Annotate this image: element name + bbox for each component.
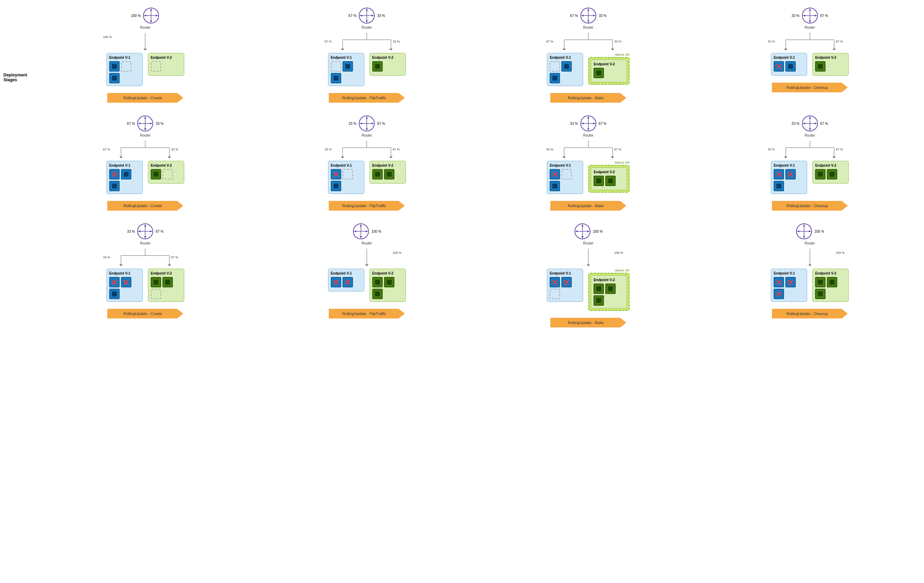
endpoint-outer: Endpoint V-2 — [812, 269, 849, 302]
instance-row — [815, 169, 846, 180]
traffic-connector: 33 %67 % — [765, 33, 855, 50]
svg-text:67 %: 67 % — [171, 256, 178, 259]
traffic-top: 100 % — [131, 7, 160, 24]
stage-col-r1-c3: 33 %67 %Router33 %67 %Endpoint V-1Endpoi… — [699, 111, 921, 214]
stage-banner: RollingUpdate - Create — [107, 201, 183, 211]
svg-marker-21 — [341, 49, 344, 50]
svg-text:33 %: 33 % — [614, 40, 622, 43]
router-icon — [142, 7, 160, 24]
instance-dead — [561, 169, 572, 180]
stage-col-r1-c2: 33 %67 %Router33 %67 %Endpoint V-1Alarms… — [478, 111, 699, 214]
traffic-connector: 33 %67 % — [765, 141, 855, 158]
endpoint-title: Endpoint V-1 — [774, 56, 804, 59]
instance-row — [151, 277, 182, 287]
endpoint-title: Endpoint V-1 — [549, 56, 581, 59]
right-pct: 100 % — [593, 230, 602, 233]
svg-marker-36 — [563, 49, 566, 50]
instance-alive_blue — [549, 73, 560, 83]
endpoint-box: Endpoint V-2 — [812, 269, 849, 302]
instance-alive_green — [827, 277, 837, 287]
stage-col-r1-c1: 33 %67 %Router33 %67 %Endpoint V-1Endpoi… — [256, 111, 478, 214]
stage-banner: RollingUpdate - FlipTraffic — [329, 309, 405, 319]
router-icon — [580, 115, 597, 132]
endpoint-wrapper: Endpoint V-2 — [812, 161, 849, 183]
svg-marker-23 — [389, 49, 393, 50]
right-pct: 33 % — [377, 14, 385, 18]
router-label: Router — [361, 26, 372, 30]
instance-alive_blue — [774, 181, 784, 191]
traffic-top: 67 %33 % — [127, 115, 164, 132]
endpoint-box: Endpoint V-2 — [370, 161, 406, 183]
traffic-connector: 67 %33 % — [100, 141, 190, 158]
instance-row — [549, 73, 581, 83]
endpoint-wrapper: Endpoint V-1 — [106, 161, 143, 194]
svg-marker-113 — [832, 157, 836, 158]
router-label: Router — [583, 134, 594, 137]
endpoint-box: Endpoint V-2 — [148, 269, 184, 302]
endpoint-wrapper: Endpoint V-1 — [547, 161, 583, 194]
instance-alive_blue — [109, 289, 120, 299]
left-pct: 33 % — [570, 122, 578, 126]
svg-text:67 %: 67 % — [393, 148, 400, 151]
right-pct: 100 % — [814, 230, 824, 233]
instance-row — [109, 73, 140, 83]
endpoint-box: Endpoint V-1 — [547, 53, 583, 86]
instance-dead — [121, 61, 131, 71]
endpoint-wrapper: Endpoint V-1 — [547, 269, 583, 302]
instance-row — [815, 61, 846, 71]
endpoint-outer: Endpoint V-1 — [771, 161, 807, 194]
instance-x_blue — [109, 277, 120, 287]
instance-row — [331, 61, 361, 71]
instance-row — [774, 277, 804, 287]
router-icon — [137, 223, 154, 240]
endpoint-box: Endpoint V-1 — [771, 161, 807, 194]
svg-text:100 %: 100 % — [836, 251, 845, 254]
instance-grid — [774, 61, 804, 73]
svg-text:33 %: 33 % — [325, 148, 332, 151]
svg-text:67 %: 67 % — [546, 40, 553, 43]
endpoint-box: Endpoint V-1 — [328, 269, 365, 292]
endpoints-row: Endpoint V-1Endpoint V-2 — [771, 161, 849, 194]
traffic-connector: 33 %67 % — [543, 141, 633, 158]
svg-text:67 %: 67 % — [614, 148, 622, 151]
instance-row — [109, 181, 140, 191]
router-section: 33 %67 %Router — [127, 223, 164, 245]
router-icon — [801, 7, 818, 24]
router-icon — [358, 7, 375, 24]
instance-dead — [151, 289, 161, 299]
instance-x_blue — [331, 169, 341, 180]
endpoint-box: Endpoint V-2 — [591, 275, 627, 309]
endpoint-title: Endpoint V-2 — [151, 271, 182, 275]
instance-alive_green — [384, 169, 394, 180]
instance-row — [815, 289, 846, 299]
row-label-0: Deployment Stages — [3, 3, 35, 82]
stage-banner: RollingUpdate - Cleanup — [772, 201, 848, 211]
endpoint-title: Endpoint V-2 — [815, 164, 846, 167]
instance-grid — [331, 61, 361, 83]
right-pct: 67 % — [599, 122, 607, 126]
endpoint-box: Endpoint V-2 — [812, 161, 849, 183]
endpoint-title: Endpoint V-1 — [109, 164, 140, 167]
endpoint-wrapper: Endpoint V-1 — [771, 269, 807, 302]
endpoint-title: Endpoint V-2 — [815, 271, 846, 275]
svg-marker-140 — [365, 264, 368, 266]
instance-row — [774, 61, 804, 71]
router-icon — [795, 223, 813, 240]
svg-marker-9 — [144, 49, 147, 50]
instance-dead — [549, 289, 560, 299]
endpoint-title: Endpoint V-2 — [594, 62, 624, 66]
instance-alive_green — [815, 169, 825, 180]
instance-alive_blue — [109, 73, 120, 83]
endpoint-box: Endpoint V-2 — [148, 53, 184, 76]
svg-text:100 %: 100 % — [614, 251, 623, 254]
router-section: 33 %67 %Router — [792, 7, 828, 30]
router-label: Router — [140, 134, 150, 137]
router-section: 67 %33 %Router — [570, 7, 607, 30]
endpoint-outer: Endpoint V-2 — [588, 57, 629, 85]
instance-row — [549, 61, 581, 71]
traffic-top: 67 %33 % — [348, 7, 385, 24]
router-label: Router — [583, 241, 594, 245]
svg-marker-151 — [587, 264, 590, 266]
traffic-top: 100 % — [795, 223, 824, 240]
svg-marker-126 — [119, 264, 123, 266]
